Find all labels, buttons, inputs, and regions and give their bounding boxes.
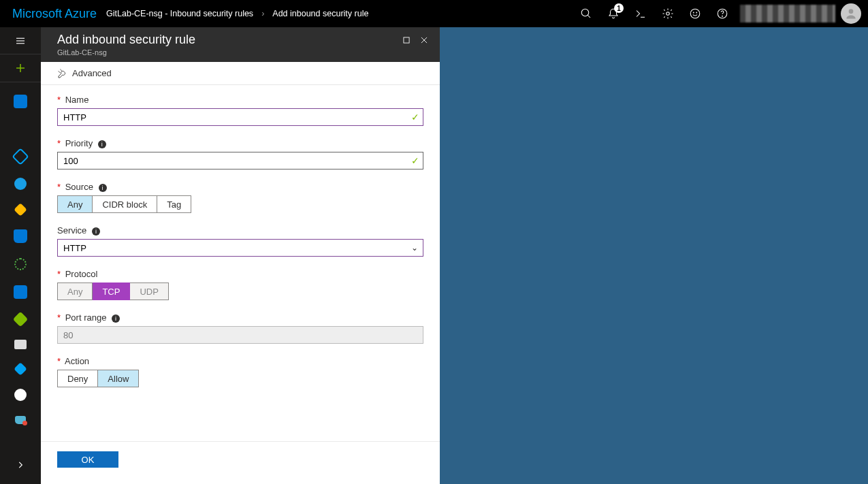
- service-select[interactable]: HTTP: [57, 239, 423, 257]
- left-nav-rail: [0, 27, 41, 484]
- required-marker: *: [57, 356, 61, 366]
- rule-form: * Name ✓ * Priority i ✓: [41, 85, 440, 441]
- rail-item-8[interactable]: [14, 285, 27, 299]
- required-marker: *: [57, 95, 61, 105]
- protocol-label: Protocol: [65, 269, 98, 279]
- name-input[interactable]: [57, 108, 423, 126]
- svg-point-3: [666, 12, 670, 16]
- blade-header: Add inbound security rule GitLab-CE-nsg: [41, 27, 440, 62]
- breadcrumb-item-2[interactable]: Add inbound security rule: [272, 9, 368, 18]
- blade-subtitle: GitLab-CE-nsg: [57, 48, 195, 57]
- portrange-label: Port range: [65, 312, 107, 323]
- rail-favorites: [14, 82, 27, 424]
- blade-title: Add inbound security rule: [57, 33, 195, 47]
- source-label: Source: [65, 182, 93, 192]
- svg-point-8: [722, 16, 723, 16]
- priority-label: Priority: [65, 138, 93, 148]
- rail-item-4[interactable]: [14, 178, 27, 190]
- source-option-tag[interactable]: Tag: [157, 195, 191, 213]
- rail-item-10[interactable]: [14, 340, 27, 349]
- blade-add-inbound-rule: Add inbound security rule GitLab-CE-nsg …: [41, 27, 440, 484]
- rail-item-6[interactable]: [14, 229, 27, 243]
- info-icon[interactable]: i: [112, 314, 120, 323]
- action-segmented: Deny Allow: [57, 370, 423, 387]
- rail-item-3[interactable]: [12, 148, 29, 165]
- service-label: Service: [57, 225, 86, 236]
- blade-close-icon[interactable]: [419, 35, 429, 48]
- breadcrumb-separator: ›: [261, 9, 264, 18]
- portrange-input: [57, 326, 423, 344]
- validated-check-icon: ✓: [411, 155, 419, 166]
- svg-line-1: [588, 15, 590, 18]
- info-icon[interactable]: i: [99, 184, 107, 192]
- source-segmented: Any CIDR block Tag: [57, 195, 423, 213]
- notifications-badge: 1: [614, 3, 624, 13]
- rail-item-9[interactable]: [13, 312, 29, 327]
- hamburger-menu-icon[interactable]: [0, 27, 41, 54]
- feedback-smile-icon[interactable]: [681, 0, 709, 27]
- source-option-any[interactable]: Any: [57, 195, 93, 213]
- name-label: Name: [65, 95, 89, 105]
- advanced-toggle-label: Advanced: [72, 68, 112, 78]
- settings-gear-icon[interactable]: [654, 0, 681, 27]
- notifications-icon[interactable]: 1: [600, 0, 627, 27]
- protocol-option-tcp[interactable]: TCP: [93, 283, 130, 300]
- help-icon[interactable]: [709, 0, 736, 27]
- blade-footer: OK: [41, 441, 440, 484]
- rail-expand-icon[interactable]: [0, 451, 41, 479]
- action-option-allow[interactable]: Allow: [98, 370, 139, 387]
- top-right-controls: 1: [573, 0, 868, 27]
- protocol-option-any[interactable]: Any: [57, 283, 93, 300]
- action-label: Action: [65, 356, 89, 366]
- rail-item-2[interactable]: [14, 123, 27, 135]
- svg-rect-15: [404, 37, 409, 43]
- blade-command-bar: Advanced: [41, 62, 440, 85]
- account-name-obscured[interactable]: [740, 5, 835, 22]
- required-marker: *: [57, 182, 61, 192]
- rail-item-5[interactable]: [14, 203, 27, 216]
- info-icon[interactable]: i: [98, 140, 106, 148]
- required-marker: *: [57, 269, 61, 279]
- rail-item-12[interactable]: [14, 389, 27, 401]
- svg-point-6: [696, 12, 697, 13]
- brand-logo[interactable]: Microsoft Azure: [0, 7, 106, 21]
- rail-item-11[interactable]: [14, 362, 27, 376]
- rail-item-1[interactable]: [14, 95, 27, 108]
- wrench-icon: [57, 68, 68, 79]
- cloud-shell-icon[interactable]: [627, 0, 654, 27]
- validated-check-icon: ✓: [411, 112, 419, 123]
- protocol-segmented: Any TCP UDP: [57, 283, 423, 300]
- rail-item-7[interactable]: [14, 258, 27, 270]
- breadcrumb: GitLab-CE-nsg - Inbound security rules ›…: [106, 9, 368, 18]
- required-marker: *: [57, 312, 61, 323]
- breadcrumb-item-1[interactable]: GitLab-CE-nsg - Inbound security rules: [106, 9, 253, 18]
- top-bar: Microsoft Azure GitLab-CE-nsg - Inbound …: [0, 0, 868, 27]
- account-avatar[interactable]: [841, 3, 861, 24]
- svg-point-5: [693, 12, 694, 13]
- priority-input[interactable]: [57, 152, 423, 170]
- action-option-deny[interactable]: Deny: [57, 370, 98, 387]
- svg-point-9: [849, 9, 854, 14]
- workspace-background: [440, 27, 868, 484]
- svg-point-4: [690, 9, 700, 18]
- protocol-option-udp[interactable]: UDP: [130, 283, 168, 300]
- source-option-cidr[interactable]: CIDR block: [93, 195, 157, 213]
- advanced-toggle[interactable]: Advanced: [57, 68, 112, 79]
- required-marker: *: [57, 138, 61, 148]
- svg-point-0: [581, 9, 589, 16]
- info-icon[interactable]: i: [92, 227, 100, 236]
- rail-item-13[interactable]: [15, 416, 26, 424]
- ok-button[interactable]: OK: [57, 451, 118, 468]
- new-resource-icon[interactable]: [0, 54, 41, 82]
- blade-maximize-icon[interactable]: [402, 35, 411, 48]
- search-icon[interactable]: [573, 0, 600, 27]
